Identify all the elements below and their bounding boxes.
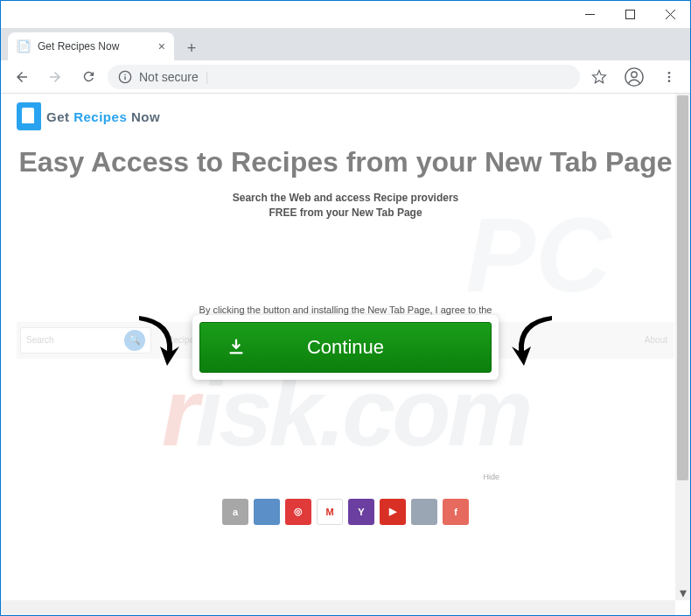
window-minimize-button[interactable]: [569, 1, 610, 29]
bookmark-star-button[interactable]: [585, 63, 613, 91]
horizontal-scrollbar[interactable]: [1, 600, 675, 615]
scrollbar-down-button[interactable]: ▾: [675, 585, 690, 600]
continue-button[interactable]: Continue: [199, 322, 492, 373]
new-tab-button[interactable]: +: [179, 36, 204, 60]
nav-forward-button[interactable]: [41, 63, 69, 91]
svg-point-6: [668, 80, 671, 82]
tab-close-button[interactable]: ×: [158, 40, 165, 52]
logo-text: Get Recipes Now: [46, 109, 160, 124]
window-title-bar: [1, 1, 690, 29]
vertical-scrollbar[interactable]: ▾: [675, 94, 690, 600]
address-omnibox[interactable]: Not secure |: [108, 65, 580, 89]
svg-point-5: [668, 75, 671, 78]
site-logo: Get Recipes Now: [17, 102, 674, 130]
site-icon-gmail[interactable]: M: [317, 499, 343, 525]
browser-tab[interactable]: 📄 Get Recipes Now ×: [8, 32, 174, 60]
scrollbar-thumb[interactable]: [677, 95, 688, 480]
window-close-button[interactable]: [650, 1, 690, 29]
arrow-right-icon: [508, 312, 561, 373]
continue-button-label: Continue: [307, 336, 384, 359]
hide-link[interactable]: Hide: [17, 472, 499, 481]
tab-favicon: 📄: [17, 39, 31, 53]
site-icon-food-network[interactable]: f: [443, 499, 469, 525]
logo-icon: [17, 102, 41, 130]
window-maximize-button[interactable]: [610, 1, 650, 29]
site-icon-youtube[interactable]: ▶: [380, 499, 406, 525]
site-icon-yahoo[interactable]: Y: [348, 499, 374, 525]
site-icon-target[interactable]: ◎: [285, 499, 311, 525]
cta-card: Continue: [192, 315, 499, 380]
nav-back-button[interactable]: [8, 63, 36, 91]
security-status-label: Not secure: [139, 70, 199, 84]
info-icon: [118, 70, 132, 84]
svg-rect-0: [625, 10, 634, 19]
tab-strip: 📄 Get Recipes Now × +: [1, 29, 690, 60]
arrow-left-icon: [130, 312, 183, 373]
svg-point-3: [632, 72, 637, 77]
profile-avatar-button[interactable]: [620, 63, 648, 91]
page-headline: Easy Access to Recipes from your New Tab…: [17, 146, 674, 178]
site-icons-row: a ◎ M Y ▶ f: [17, 499, 674, 525]
tab-title: Get Recipes Now: [38, 40, 119, 52]
site-icon-generic[interactable]: [254, 499, 280, 525]
download-icon: [227, 338, 246, 357]
address-bar: Not secure |: [1, 60, 690, 94]
nav-reload-button[interactable]: [74, 63, 102, 91]
browser-menu-button[interactable]: [655, 63, 683, 91]
page-subhead: Search the Web and access Recipe provide…: [17, 191, 674, 220]
site-icon-generic2[interactable]: [411, 499, 437, 525]
site-icon-amazon[interactable]: a: [222, 499, 248, 525]
svg-point-4: [668, 72, 671, 74]
